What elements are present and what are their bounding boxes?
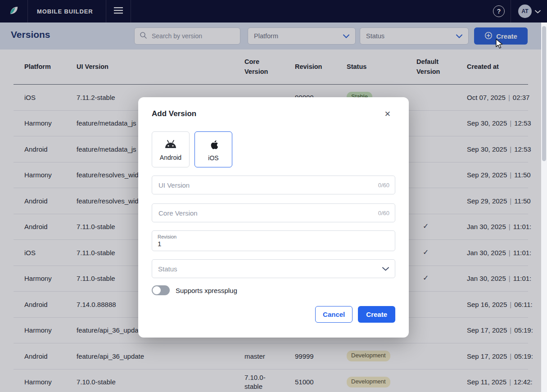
xpressplug-toggle-row: Supports xpressplug xyxy=(152,285,395,295)
revision-field-label: Revision xyxy=(158,234,389,239)
platform-tile-ios[interactable]: iOS xyxy=(194,131,232,167)
status-select-placeholder: Status xyxy=(158,265,177,273)
scrollbar-thumb[interactable] xyxy=(542,26,546,161)
modal-title: Add Version xyxy=(152,109,196,118)
status-select[interactable]: Status xyxy=(152,259,395,278)
core-version-counter: 0/60 xyxy=(378,210,389,216)
revision-field[interactable]: Revision 1 xyxy=(152,230,395,251)
platform-tile-label: iOS xyxy=(208,154,218,162)
platform-tile-group: Android iOS xyxy=(152,131,395,167)
chevron-down-icon xyxy=(382,265,389,273)
toggle-knob xyxy=(153,286,161,294)
add-version-modal: Add Version ✕ Android iOS xyxy=(138,97,409,338)
close-icon[interactable]: ✕ xyxy=(384,110,391,118)
android-icon xyxy=(163,138,178,152)
apple-icon xyxy=(208,138,219,152)
scrollbar-track[interactable] xyxy=(541,23,547,392)
core-version-field[interactable]: 0/60 xyxy=(152,203,395,222)
ui-version-counter: 0/60 xyxy=(378,182,389,189)
ui-version-input[interactable] xyxy=(158,181,378,189)
xpressplug-toggle[interactable] xyxy=(152,285,170,295)
ui-version-field[interactable]: 0/60 xyxy=(152,176,395,194)
platform-tile-label: Android xyxy=(160,154,181,161)
revision-field-value: 1 xyxy=(158,240,389,248)
core-version-input[interactable] xyxy=(158,209,378,217)
platform-tile-android[interactable]: Android xyxy=(152,131,190,167)
cancel-button[interactable]: Cancel xyxy=(315,306,353,323)
xpressplug-toggle-label: Supports xpressplug xyxy=(176,287,237,294)
modal-create-button[interactable]: Create xyxy=(358,306,395,323)
